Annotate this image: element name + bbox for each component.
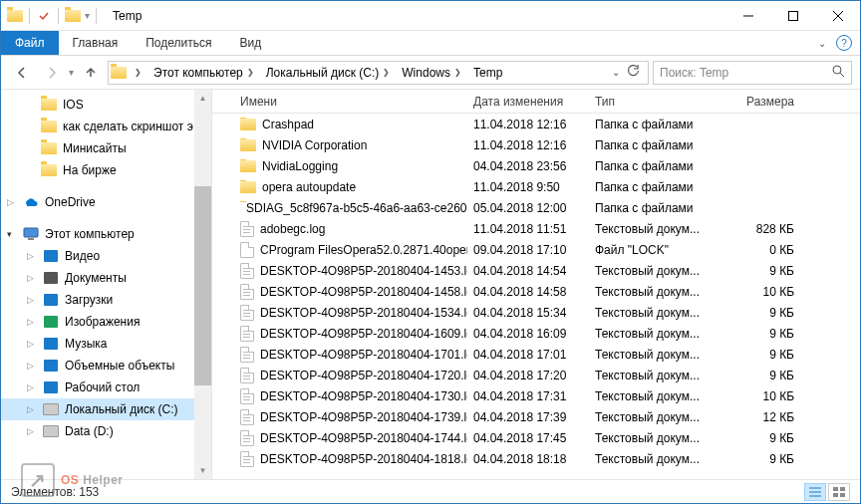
tree-library[interactable]: ▷Объемные объекты <box>1 355 211 377</box>
nav-up-button[interactable] <box>78 60 104 86</box>
expand-icon[interactable]: ▷ <box>27 251 37 261</box>
tree-folder[interactable]: IOS <box>1 94 211 116</box>
expand-icon[interactable]: ▷ <box>27 317 37 327</box>
search-input[interactable]: Поиск: Temp <box>653 61 852 85</box>
tree-library[interactable]: ▷Видео <box>1 245 211 267</box>
file-size: 9 КБ <box>730 369 800 382</box>
ribbon-tab-home[interactable]: Главная <box>59 31 133 55</box>
tree-disk[interactable]: ▷Локальный диск (C:) <box>1 398 211 420</box>
list-item[interactable]: DESKTOP-4O98P5P-20180404-1730.log04.04.2… <box>212 385 860 406</box>
file-icon <box>240 347 254 363</box>
tree-library[interactable]: ▷Музыка <box>1 333 211 355</box>
breadcrumb[interactable]: Этот компьютер❯ <box>149 62 262 84</box>
breadcrumb[interactable]: Windows❯ <box>398 62 469 84</box>
list-item[interactable]: adobegc.log11.04.2018 11:51Текстовый док… <box>212 218 860 239</box>
ribbon-tab-share[interactable]: Поделиться <box>132 31 225 55</box>
expand-icon[interactable]: ▷ <box>27 273 37 283</box>
col-type[interactable]: Тип <box>589 95 730 109</box>
properties-icon[interactable] <box>36 8 52 24</box>
nav-tree[interactable]: IOSкак сделать скриншот эМинисайтыНа бир… <box>1 90 212 479</box>
tree-scrollbar[interactable]: ▲ ▼ <box>194 90 211 479</box>
file-icon <box>240 430 254 446</box>
list-item[interactable]: DESKTOP-4O98P5P-20180404-1744.log04.04.2… <box>212 427 860 448</box>
tree-disk[interactable]: ▷Data (D:) <box>1 420 211 442</box>
chevron-right-icon[interactable]: ❯ <box>379 68 394 77</box>
list-item[interactable]: Crashpad11.04.2018 12:16Папка с файлами <box>212 114 860 134</box>
maximize-button[interactable] <box>770 1 815 31</box>
nav-forward-button[interactable] <box>39 60 65 86</box>
ribbon-tab-view[interactable]: Вид <box>225 31 275 55</box>
collapse-icon[interactable]: ▾ <box>7 229 17 239</box>
expand-icon[interactable]: ▷ <box>27 339 37 349</box>
chevron-right-icon[interactable]: ❯ <box>243 68 258 77</box>
tree-library[interactable]: ▷Рабочий стол <box>1 377 211 398</box>
tree-folder[interactable]: Минисайты <box>1 137 211 159</box>
list-item[interactable]: opera autoupdate11.04.2018 9:50Папка с ф… <box>212 176 860 197</box>
ribbon-tab-file[interactable]: Файл <box>1 31 59 55</box>
tree-library[interactable]: ▷Изображения <box>1 311 211 333</box>
expand-icon[interactable]: ▷ <box>27 382 37 392</box>
list-item[interactable]: DESKTOP-4O98P5P-20180404-1701.log04.04.2… <box>212 344 860 365</box>
tree-folder[interactable]: как сделать скриншот э <box>1 116 211 137</box>
scroll-up-icon[interactable]: ▲ <box>194 90 211 107</box>
nav-back-button[interactable] <box>9 60 35 86</box>
file-type: Папка с файлами <box>589 118 730 131</box>
file-type: Текстовый докум... <box>589 452 730 466</box>
chevron-right-icon[interactable]: ❯ <box>450 68 465 77</box>
svg-rect-1 <box>788 11 797 20</box>
tree-thispc[interactable]: ▾ Этот компьютер <box>1 223 211 245</box>
list-item[interactable]: NvidiaLogging04.04.2018 23:56Папка с фай… <box>212 155 860 176</box>
qat-dropdown-icon[interactable]: ▾ <box>85 10 90 21</box>
expand-icon[interactable]: ▷ <box>27 361 37 371</box>
col-name[interactable]: Имени <box>212 95 467 109</box>
expand-icon[interactable]: ▷ <box>7 197 17 207</box>
tree-folder[interactable]: На бирже <box>1 159 211 181</box>
tree-library[interactable]: ▷Документы <box>1 267 211 289</box>
list-item[interactable]: DESKTOP-4O98P5P-20180404-1453.log04.04.2… <box>212 260 860 281</box>
list-item[interactable]: DESKTOP-4O98P5P-20180404-1818.log04.04.2… <box>212 448 860 469</box>
list-item[interactable]: DESKTOP-4O98P5P-20180404-1458.log04.04.2… <box>212 281 860 302</box>
file-icon <box>240 242 254 258</box>
expand-icon[interactable]: ▷ <box>27 404 37 414</box>
address-bar[interactable]: ❯ Этот компьютер❯ Локальный диск (C:)❯ W… <box>108 61 649 85</box>
nav-history-dropdown[interactable]: ▾ <box>69 67 74 78</box>
expand-icon[interactable]: ▷ <box>27 426 37 436</box>
tree-onedrive[interactable]: ▷ OneDrive <box>1 191 211 213</box>
file-type: Папка с файлами <box>589 180 730 194</box>
list-item[interactable]: DESKTOP-4O98P5P-20180404-1609.log04.04.2… <box>212 323 860 344</box>
list-item[interactable]: CProgram FilesOpera52.0.2871.40opera_a..… <box>212 239 860 260</box>
list-item[interactable]: NVIDIA Corporation11.04.2018 12:16Папка … <box>212 134 860 155</box>
list-item[interactable]: DESKTOP-4O98P5P-20180404-1534.log04.04.2… <box>212 302 860 323</box>
ribbon-collapse-icon[interactable]: ⌄ <box>818 38 826 49</box>
file-date: 09.04.2018 17:10 <box>467 243 589 257</box>
list-item[interactable]: SDIAG_5c8f967a-b5c5-46a6-aa63-ce260af...… <box>212 197 860 218</box>
refresh-icon[interactable] <box>626 64 640 81</box>
file-size: 0 КБ <box>730 243 800 257</box>
file-list[interactable]: Имени Дата изменения Тип Размера Crashpa… <box>212 90 860 479</box>
file-size: 9 КБ <box>730 306 800 320</box>
breadcrumb[interactable]: Локальный диск (C:)❯ <box>262 62 399 84</box>
help-icon[interactable]: ? <box>836 35 852 51</box>
list-item[interactable]: DESKTOP-4O98P5P-20180404-1739.log04.04.2… <box>212 406 860 427</box>
search-icon[interactable] <box>831 64 845 81</box>
svg-rect-21 <box>840 493 845 497</box>
view-icons-button[interactable] <box>828 483 850 501</box>
col-date[interactable]: Дата изменения <box>467 95 589 109</box>
scroll-down-icon[interactable]: ▼ <box>194 462 211 479</box>
col-size[interactable]: Размера <box>730 95 800 109</box>
list-item[interactable]: DESKTOP-4O98P5P-20180404-1720.log04.04.2… <box>212 365 860 385</box>
titlebar: ▾ Temp <box>1 1 860 31</box>
folder-qat-icon[interactable] <box>65 8 81 24</box>
file-icon <box>240 326 254 342</box>
minimize-button[interactable] <box>725 1 770 31</box>
close-button[interactable] <box>815 1 860 31</box>
breadcrumb[interactable]: Temp <box>469 62 506 84</box>
tree-library[interactable]: ▷Загрузки <box>1 289 211 311</box>
expand-icon[interactable]: ▷ <box>27 295 37 305</box>
address-dropdown-icon[interactable]: ⌄ <box>612 67 620 78</box>
chevron-right-icon[interactable]: ❯ <box>131 68 145 77</box>
view-details-button[interactable] <box>804 483 826 501</box>
file-icon <box>240 284 254 300</box>
library-icon <box>43 271 59 285</box>
scroll-thumb[interactable] <box>194 186 211 385</box>
